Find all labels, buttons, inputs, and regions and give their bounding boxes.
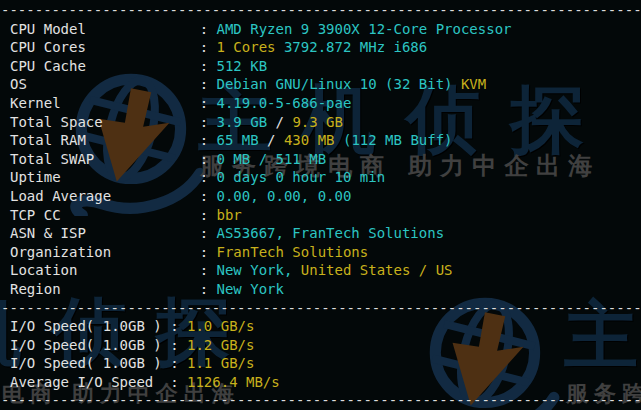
- terminal-row: Region: New York: [10, 280, 641, 299]
- row-value: 0 MB / 511 MB: [217, 151, 327, 167]
- row-value: AMD Ryzen 9 3900X 12-Core Processor: [217, 21, 512, 37]
- row-value: 1.0 GB/s: [187, 318, 254, 334]
- row-colon: :: [200, 169, 217, 185]
- row-label: CPU Cores: [10, 38, 200, 57]
- row-label: Load Average: [10, 187, 200, 206]
- row-label: I/O Speed( 1.0GB ): [10, 354, 170, 373]
- row-label: I/O Speed( 1.0GB ): [10, 336, 170, 355]
- terminal-row: Total Space: 3.9 GB / 9.3 GB: [10, 113, 641, 132]
- terminal-row: Organization: FranTech Solutions: [10, 243, 641, 262]
- terminal-row: Uptime: 0 days 0 hour 10 min: [10, 168, 641, 187]
- separator-line: ----------------------------------------…: [1, 1, 641, 20]
- row-colon: :: [200, 151, 217, 167]
- terminal-row: ASN & ISP: AS53667, FranTech Solutions: [10, 224, 641, 243]
- terminal-row: TCP CC: bbr: [10, 206, 641, 225]
- terminal-row: Total SWAP: 0 MB / 511 MB: [10, 150, 641, 169]
- terminal-row: I/O Speed( 1.0GB ): 1.1 GB/s: [10, 354, 641, 373]
- row-label: Uptime: [10, 168, 200, 187]
- row-label: I/O Speed( 1.0GB ): [10, 317, 170, 336]
- row-label: Total SWAP: [10, 150, 200, 169]
- terminal-row: Kernel: 4.19.0-5-686-pae: [10, 94, 641, 113]
- row-colon: :: [200, 207, 217, 223]
- row-label: Organization: [10, 243, 200, 262]
- row-value: /: [267, 132, 284, 148]
- separator-line: ----------------------------------------…: [1, 391, 641, 410]
- row-colon: :: [200, 244, 217, 260]
- terminal-row: CPU Model: AMD Ryzen 9 3900X 12-Core Pro…: [10, 20, 641, 39]
- terminal-screen: 主机侦探 服务跨境电商 助力中企出海 机侦探 电商 助力中企出海 主 服务跨境 …: [0, 0, 641, 410]
- row-value: /: [276, 114, 293, 130]
- row-label: Total Space: [10, 113, 200, 132]
- separator-line: ----------------------------------------…: [1, 299, 641, 318]
- row-value: 0.00, 0.00, 0.00: [217, 188, 352, 204]
- row-label: ASN & ISP: [10, 224, 200, 243]
- row-value: 1 Cores: [217, 39, 284, 55]
- row-value: 65 MB: [217, 132, 268, 148]
- row-label: TCP CC: [10, 206, 200, 225]
- row-value: KVM: [461, 76, 486, 92]
- terminal-output: ----------------------------------------…: [0, 0, 641, 410]
- terminal-row: CPU Cores: 1 Cores 3792.872 MHz i686: [10, 38, 641, 57]
- row-value: New York,: [217, 262, 301, 278]
- row-value: 3.9 GB: [217, 114, 276, 130]
- row-colon: :: [200, 76, 217, 92]
- row-label: Location: [10, 261, 200, 280]
- row-value: (112 MB Buff): [343, 132, 453, 148]
- row-colon: :: [170, 374, 187, 390]
- row-value: 4.19.0-5-686-pae: [217, 95, 352, 111]
- row-label: CPU Model: [10, 20, 200, 39]
- row-value: 1.2 GB/s: [187, 337, 254, 353]
- row-value: bbr: [217, 207, 242, 223]
- row-colon: :: [200, 58, 217, 74]
- row-label: Average I/O Speed: [10, 373, 170, 392]
- row-value: 3792.872 MHz i686: [284, 39, 427, 55]
- row-value: Debian GNU/Linux 10 (32 Bit): [217, 76, 461, 92]
- row-label: Kernel: [10, 94, 200, 113]
- terminal-row: Location: New York, United States / US: [10, 261, 641, 280]
- row-value: AS53667, FranTech Solutions: [217, 225, 445, 241]
- row-colon: :: [170, 355, 187, 371]
- row-colon: :: [200, 188, 217, 204]
- row-colon: :: [200, 114, 217, 130]
- row-value: FranTech Solutions: [217, 244, 369, 260]
- terminal-row: I/O Speed( 1.0GB ): 1.0 GB/s: [10, 317, 641, 336]
- terminal-row: Load Average: 0.00, 0.00, 0.00: [10, 187, 641, 206]
- row-colon: :: [170, 337, 187, 353]
- terminal-row: CPU Cache: 512 KB: [10, 57, 641, 76]
- row-value: 430 MB: [284, 132, 343, 148]
- row-colon: :: [200, 95, 217, 111]
- row-value: United States / US: [301, 262, 453, 278]
- row-colon: :: [200, 281, 217, 297]
- row-value: 9.3 GB: [292, 114, 343, 130]
- row-value: 1.1 GB/s: [187, 355, 254, 371]
- row-colon: :: [200, 21, 217, 37]
- row-label: Total RAM: [10, 131, 200, 150]
- row-colon: :: [200, 225, 217, 241]
- row-value: 512 KB: [217, 58, 268, 74]
- row-label: CPU Cache: [10, 57, 200, 76]
- row-value: New York: [217, 281, 284, 297]
- row-label: OS: [10, 75, 200, 94]
- row-value: 1126.4 MB/s: [187, 374, 280, 390]
- terminal-row: Average I/O Speed: 1126.4 MB/s: [10, 373, 641, 392]
- row-colon: :: [200, 262, 217, 278]
- row-colon: :: [200, 132, 217, 148]
- terminal-row: Total RAM: 65 MB / 430 MB (112 MB Buff): [10, 131, 641, 150]
- row-value: 0 days 0 hour 10 min: [217, 169, 386, 185]
- row-label: Region: [10, 280, 200, 299]
- row-colon: :: [200, 39, 217, 55]
- row-colon: :: [170, 318, 187, 334]
- terminal-row: OS: Debian GNU/Linux 10 (32 Bit) KVM: [10, 75, 641, 94]
- terminal-row: I/O Speed( 1.0GB ): 1.2 GB/s: [10, 336, 641, 355]
